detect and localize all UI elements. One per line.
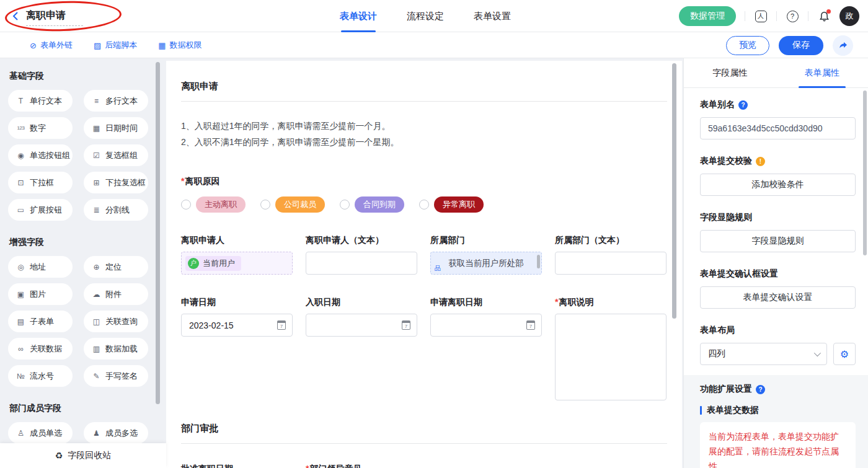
field-item-member-multi[interactable]: ♟成员多选 xyxy=(84,422,148,444)
field-department[interactable]: 所属部门 品 获取当前用户所处部 xyxy=(430,235,542,275)
field-item-multi-text[interactable]: ≡多行文本 xyxy=(84,90,148,112)
contacts-icon[interactable]: 人 xyxy=(754,9,768,23)
canvas-scrollbar[interactable] xyxy=(672,63,676,319)
share-button[interactable] xyxy=(833,35,853,56)
radio-icon[interactable] xyxy=(419,200,429,210)
form-toolbar: ⊘ 表单外链 ▨ 后端脚本 ▦ 数据权限 预览 保存 xyxy=(0,32,868,58)
field-applicant[interactable]: 离职申请人 户 当前用户 xyxy=(181,235,293,275)
data-manage-button[interactable]: 数据管理 xyxy=(679,6,736,26)
tab-form-design[interactable]: 表单设计 xyxy=(340,0,377,32)
reason-option-contract-expire[interactable]: 合同到期 xyxy=(340,196,404,213)
leave-date-input[interactable]: 7 xyxy=(430,314,542,337)
department-text-input[interactable] xyxy=(555,252,666,275)
field-item-image[interactable]: ▣图片 xyxy=(8,283,73,305)
field-item-multi-dropdown[interactable]: ⊞下拉复选框 xyxy=(84,172,148,193)
field-item-attachment[interactable]: ☁附件 xyxy=(84,283,148,305)
radio-icon[interactable] xyxy=(181,200,191,210)
field-item-related-query[interactable]: ◫关联查询 xyxy=(84,311,148,332)
field-item-related-data[interactable]: ∞关联数据 xyxy=(8,338,73,360)
share-arrow-icon xyxy=(838,40,848,50)
field-item-datetime[interactable]: ▦日期时间 xyxy=(84,117,148,139)
visibility-rules-button[interactable]: 字段显隐规则 xyxy=(700,230,856,252)
field-item-address[interactable]: ◎地址 xyxy=(8,256,73,278)
field-item-radio-group[interactable]: ◉单选按钮组 xyxy=(8,144,73,166)
field-leader-opinion[interactable]: *部门领导意见 xyxy=(306,464,417,468)
field-item-member-single[interactable]: ♙成员单选 xyxy=(8,422,73,444)
properties-panel: 字段属性 表单属性 表单别名 ? 59a6163e34d5cc50cdd30d9… xyxy=(683,58,868,468)
form-description[interactable]: 1、入职超过1年的同学，离职申请需至少提前一个月。 2、入职不满1年的同学，离职… xyxy=(181,118,667,150)
reason-option-voluntary[interactable]: 主动离职 xyxy=(181,196,246,213)
panel-scrollbar[interactable] xyxy=(863,91,867,255)
separator xyxy=(745,11,745,21)
reason-option-layoff[interactable]: 公司裁员 xyxy=(260,196,325,213)
tab-form-setting[interactable]: 表单设置 xyxy=(474,0,511,32)
reason-option-abnormal[interactable]: 异常离职 xyxy=(419,196,484,213)
org-chart-icon: 品 xyxy=(435,264,441,273)
signature-icon: ✎ xyxy=(92,372,101,381)
field-item-subform[interactable]: ▤子表单 xyxy=(8,311,73,332)
field-item-signature[interactable]: ✎手写签名 xyxy=(84,365,148,387)
field-department-text[interactable]: 所属部门（文本） xyxy=(555,235,666,275)
field-leave-note[interactable]: *离职说明 xyxy=(555,297,666,400)
field-item-number[interactable]: 123数字 xyxy=(8,117,73,139)
department-scrollbar[interactable] xyxy=(537,255,540,268)
user-tag-avatar: 户 xyxy=(188,258,199,269)
extension-settings-group: 功能扩展设置 ? 表单提交数据 当前为流程表单，表单提交功能扩展的配置，请前往流… xyxy=(684,375,868,468)
field-item-extend-button[interactable]: ▭扩展按钮 xyxy=(8,199,73,221)
tab-flow-setting[interactable]: 流程设定 xyxy=(407,0,444,32)
field-leave-reason[interactable]: *离职原因 主动离职 公司裁员 合同到期 异常离职 xyxy=(181,176,667,213)
form-alias-input[interactable]: 59a6163e34d5cc50cdd30d90 xyxy=(700,117,856,139)
field-item-location[interactable]: ⊕定位 xyxy=(84,256,148,278)
department-value-box[interactable]: 品 获取当前用户所处部 xyxy=(430,252,542,275)
applicant-text-input[interactable] xyxy=(306,252,417,275)
field-item-dropdown[interactable]: ⊡下拉框 xyxy=(8,172,73,193)
help-icon[interactable]: ? xyxy=(786,9,799,23)
submit-confirm-button[interactable]: 表单提交确认设置 xyxy=(700,286,856,309)
extension-help-icon[interactable]: ? xyxy=(756,385,765,394)
sidebar-scrollbar[interactable] xyxy=(156,62,160,404)
section-title-member-fields: 部门成员字段 xyxy=(9,403,154,414)
attachment-icon: ☁ xyxy=(92,290,101,299)
alias-help-icon[interactable]: ? xyxy=(738,100,748,110)
field-item-data-load[interactable]: ▥数据加载 xyxy=(84,338,148,360)
external-link-button[interactable]: ⊘ 表单外链 xyxy=(30,32,73,58)
field-item-single-text[interactable]: T单行文本 xyxy=(8,90,73,112)
user-avatar[interactable]: 政 xyxy=(839,6,859,26)
current-user-tag[interactable]: 户 当前用户 xyxy=(185,256,241,271)
radio-icon[interactable] xyxy=(340,200,350,210)
recycle-icon: ♻ xyxy=(55,451,63,461)
form-name-title[interactable]: 离职申请 xyxy=(26,9,66,22)
field-apply-date[interactable]: 申请日期 2023-02-15 7 xyxy=(181,297,293,337)
apply-date-input[interactable]: 2023-02-15 7 xyxy=(181,314,293,337)
field-leave-date[interactable]: 申请离职日期 7 xyxy=(430,297,542,337)
applicant-value-box[interactable]: 户 当前用户 xyxy=(181,252,293,275)
save-button[interactable]: 保存 xyxy=(779,36,823,55)
backend-script-button[interactable]: ▨ 后端脚本 xyxy=(94,32,137,58)
layout-settings-button[interactable]: ⚙ xyxy=(833,343,856,365)
section-title-dept-approval[interactable]: 部门审批 xyxy=(181,423,667,435)
field-item-checkbox-group[interactable]: ☑复选框组 xyxy=(84,144,148,166)
canvas-form-title[interactable]: 离职申请 xyxy=(181,81,667,92)
field-approve-date[interactable]: 批准离职日期 7 xyxy=(181,464,293,468)
field-applicant-text[interactable]: 离职申请人（文本） xyxy=(306,235,417,275)
notification-bell-icon[interactable] xyxy=(817,9,831,23)
back-chevron-icon xyxy=(10,10,22,22)
radio-icon[interactable] xyxy=(260,200,270,210)
data-permission-button[interactable]: ▦ 数据权限 xyxy=(158,32,202,58)
add-validation-button[interactable]: 添加校验条件 xyxy=(700,174,856,196)
field-item-serial-number[interactable]: №流水号 xyxy=(8,365,73,387)
leave-note-textarea[interactable] xyxy=(555,314,666,400)
hire-date-input[interactable]: 7 xyxy=(306,314,417,337)
divider xyxy=(181,443,667,444)
preview-button[interactable]: 预览 xyxy=(726,36,769,55)
app-header: 离职申请 表单设计 流程设定 表单设置 数据管理 人 ? 政 xyxy=(0,0,868,32)
field-hire-date[interactable]: 入职日期 7 xyxy=(306,297,417,337)
field-recycle-bin[interactable]: ♻ 字段回收站 xyxy=(0,443,166,468)
field-item-divider-line[interactable]: ≣分割线 xyxy=(84,199,148,221)
tab-field-properties[interactable]: 字段属性 xyxy=(684,58,776,87)
member-single-icon: ♙ xyxy=(16,429,25,438)
tab-form-properties[interactable]: 表单属性 xyxy=(776,58,868,87)
title-edit-underline xyxy=(26,25,83,26)
layout-select[interactable]: 四列 xyxy=(700,343,827,365)
back-button[interactable] xyxy=(10,10,22,22)
